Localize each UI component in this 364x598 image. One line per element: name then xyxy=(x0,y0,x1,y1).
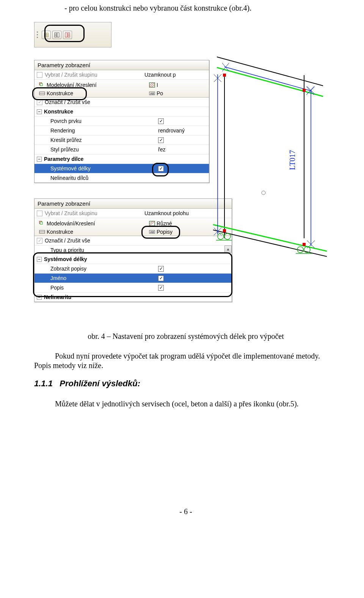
structure-icon xyxy=(44,32,49,38)
group-toggle-label-2: Vybrat / Zrušit skupinu xyxy=(45,210,97,216)
tab-misc[interactable]: I xyxy=(146,81,166,89)
paragraph-1: Pokud nyní provedete výpočet tak program… xyxy=(34,351,337,370)
svg-rect-7 xyxy=(65,33,67,37)
svg-point-55 xyxy=(262,191,265,195)
svg-text:AB: AB xyxy=(150,92,154,95)
checkbox-group-toggle-2[interactable] xyxy=(37,211,42,216)
toolbar-button-3[interactable] xyxy=(63,31,72,39)
modeling-icon-2 xyxy=(39,221,45,226)
checkbox-jmeno[interactable] xyxy=(158,275,164,281)
tree-collapse-icon-4[interactable]: − xyxy=(37,295,42,300)
tree-collapse-icon[interactable]: − xyxy=(37,109,42,114)
svg-rect-54 xyxy=(303,243,306,246)
selected-row-jmeno[interactable]: Jméno xyxy=(35,274,232,283)
toolbar-button-1[interactable] xyxy=(42,31,51,39)
group-dilce: Parametry dílce xyxy=(44,156,83,162)
svg-point-59 xyxy=(224,233,231,239)
row-popis: Popis xyxy=(50,285,64,291)
panel-1: Parametry zobrazení Vybrat / Zrušit skup… xyxy=(34,60,209,183)
checkbox-mark-all[interactable] xyxy=(37,99,42,105)
tab-po[interactable]: AB Po xyxy=(146,90,166,97)
intro-line: - pro celou konstrukci nebo vybranou čás… xyxy=(64,4,337,13)
row-zobrazit-popisy: Zobrazit popisy xyxy=(50,266,86,272)
row-rendering: Rendering xyxy=(50,127,75,134)
toolbar-figure xyxy=(34,22,111,47)
group-toggle-label: Vybrat / Zrušit skupinu xyxy=(45,72,97,78)
checkbox-zobrazit-popisy[interactable] xyxy=(158,266,164,272)
figures-area: Parametry zobrazení Vybrat / Zrušit skup… xyxy=(34,20,337,331)
figure-caption: obr. 4 – Nastavení pro zobrazení systémo… xyxy=(34,332,337,341)
svg-rect-22 xyxy=(40,222,42,224)
svg-text:AB: AB xyxy=(150,230,154,234)
panel-2: Parametry zobrazení Vybrat / Zrušit skup… xyxy=(34,198,232,302)
svg-text:LT017: LT017 xyxy=(288,150,297,170)
tab-konstrukce-2[interactable]: Konstrukce xyxy=(36,228,142,236)
value-rendering: rendrovaný xyxy=(158,127,185,134)
konstrukce-icon xyxy=(39,91,45,96)
svg-rect-8 xyxy=(68,33,70,37)
label-icon: AB xyxy=(149,91,155,96)
modeling-icon xyxy=(39,82,45,88)
tree-collapse-icon-2[interactable]: − xyxy=(37,157,42,162)
row-kreslit: Kreslit průřez xyxy=(50,137,82,143)
hatch-icon-2 xyxy=(149,221,155,226)
row-styl: Styl průřezu xyxy=(50,146,79,153)
value-styl: řez xyxy=(158,146,165,153)
group-sys-delky: Systémové délky xyxy=(44,256,87,262)
heading-text: Prohlížení výsledků: xyxy=(60,379,140,388)
panel-1-title: Parametry zobrazení xyxy=(35,60,209,70)
checkbox-sys-delky[interactable] xyxy=(158,166,164,172)
row-sys-delky: Systémové délky xyxy=(50,165,91,172)
checkbox-kreslit[interactable] xyxy=(158,137,164,143)
selected-row-sys-delky[interactable]: Systémové délky xyxy=(35,164,209,173)
checkbox-popis[interactable] xyxy=(158,285,164,291)
mark-all-label: Označit / Zrušit vše xyxy=(45,99,90,105)
row-jmeno: Jméno xyxy=(50,275,66,281)
row-nelinearity: Nelinearitu dílců xyxy=(50,175,88,181)
structural-drawing: LT017 xyxy=(209,52,331,257)
tab-konstrukce[interactable]: Konstrukce xyxy=(36,90,142,97)
tree-collapse-icon-3[interactable]: − xyxy=(37,257,42,262)
panel-1-tabs: Modelování /Kreslení Konstrukce xyxy=(35,80,209,98)
panel-2-title: Parametry zobrazení xyxy=(35,199,232,209)
grip-handle-icon xyxy=(37,31,39,39)
konstrukce-icon-2 xyxy=(39,229,45,234)
svg-rect-52 xyxy=(303,89,306,92)
svg-rect-3 xyxy=(55,33,56,37)
panel-2-tabs: Modelování/Kreslení Konstrukce xyxy=(35,218,232,236)
toolbar-button-2[interactable] xyxy=(52,31,61,39)
tab-modeling[interactable]: Modelování /Kreslení xyxy=(36,81,142,89)
heading-number: 1.1.1 xyxy=(34,379,53,388)
group-konstrukce: Konstrukce xyxy=(44,109,73,115)
tab-modeling-2[interactable]: Modelování/Kreslení xyxy=(36,220,142,227)
row-povrch: Povrch prvku xyxy=(50,118,82,124)
tab-popisy[interactable]: AB Popisy xyxy=(146,228,176,236)
group-nelinearity: Nelinearitu xyxy=(44,294,71,300)
label-icon-2: AB xyxy=(149,229,155,234)
checkbox-povrch[interactable] xyxy=(158,118,164,124)
svg-rect-4 xyxy=(57,33,59,37)
page-number: - 6 - xyxy=(34,507,337,516)
lock-label: Uzamknout p xyxy=(143,72,209,78)
mark-all-label-2: Označit / Zrušit vše xyxy=(45,238,90,244)
row-typ-priority: Typu a prioritu xyxy=(50,247,84,253)
svg-rect-51 xyxy=(223,74,226,77)
paragraph-2: Můžete dělat v jednotlivých servisech (o… xyxy=(34,399,337,409)
svg-rect-12 xyxy=(40,83,42,86)
tab-ruzne[interactable]: Různé xyxy=(146,220,176,227)
svg-rect-53 xyxy=(223,229,226,232)
checkbox-mark-all-2[interactable] xyxy=(37,238,42,244)
svg-line-33 xyxy=(217,68,323,96)
section-heading: 1.1.1 Prohlížení výsledků: xyxy=(34,379,337,389)
panel-icon xyxy=(54,32,60,38)
checkbox-group-toggle[interactable] xyxy=(37,72,42,78)
panel-alt-icon xyxy=(65,32,70,38)
hatch-icon xyxy=(149,82,155,88)
